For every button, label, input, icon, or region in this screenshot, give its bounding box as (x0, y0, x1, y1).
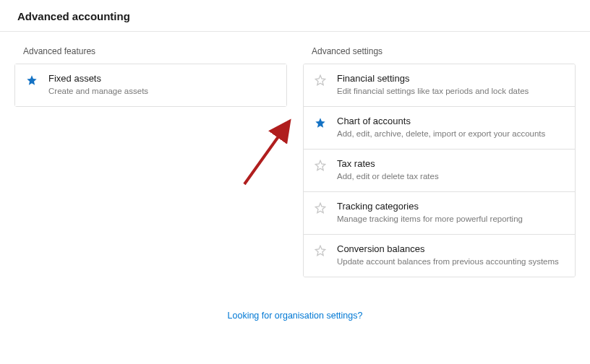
star-outline-icon[interactable] (314, 74, 327, 87)
card-desc: Update account balances from previous ac… (337, 256, 565, 267)
card-title: Fixed assets (48, 73, 276, 84)
card-tax-rates[interactable]: Tax rates Add, edit or delete tax rates (304, 149, 575, 191)
star-outline-icon[interactable] (314, 244, 327, 257)
card-title: Financial settings (337, 73, 565, 84)
advanced-features-list: Fixed assets Create and manage assets (14, 64, 287, 107)
card-desc: Create and manage assets (48, 86, 276, 97)
star-outline-icon[interactable] (314, 202, 327, 214)
star-outline-icon[interactable] (314, 159, 327, 172)
content-area: Advanced features Fixed assets Create an… (0, 32, 590, 277)
card-title: Conversion balances (337, 243, 565, 254)
card-body: Chart of accounts Add, edit, archive, de… (337, 116, 565, 139)
card-title: Tracking categories (337, 201, 565, 212)
card-financial-settings[interactable]: Financial settings Edit financial settin… (304, 64, 575, 106)
card-desc: Edit financial settings like tax periods… (337, 86, 565, 97)
card-desc: Add, edit or delete tax rates (337, 171, 565, 182)
card-conversion-balances[interactable]: Conversion balances Update account balan… (304, 234, 575, 277)
card-body: Conversion balances Update account balan… (337, 243, 565, 267)
card-body: Fixed assets Create and manage assets (48, 73, 276, 97)
card-desc: Manage tracking items for more powerful … (337, 214, 565, 225)
page-title: Advanced accounting (17, 10, 576, 22)
page-header: Advanced accounting (0, 0, 590, 32)
card-chart-of-accounts[interactable]: Chart of accounts Add, edit, archive, de… (304, 106, 575, 149)
card-body: Tracking categories Manage tracking item… (337, 201, 565, 225)
card-body: Tax rates Add, edit or delete tax rates (337, 158, 565, 182)
advanced-settings-list: Financial settings Edit financial settin… (303, 64, 576, 277)
organisation-settings-link[interactable]: Looking for organisation settings? (228, 311, 363, 321)
advanced-settings-column: Advanced settings Financial settings Edi… (303, 46, 576, 277)
card-desc: Add, edit, archive, delete, import or ex… (337, 129, 565, 139)
footer: Looking for organisation settings? (0, 310, 590, 321)
card-title: Tax rates (337, 158, 565, 169)
star-filled-icon[interactable] (314, 116, 327, 129)
card-fixed-assets[interactable]: Fixed assets Create and manage assets (15, 64, 286, 106)
card-body: Financial settings Edit financial settin… (337, 73, 565, 97)
advanced-features-title: Advanced features (23, 46, 287, 56)
advanced-settings-title: Advanced settings (312, 46, 576, 56)
card-tracking-categories[interactable]: Tracking categories Manage tracking item… (304, 191, 575, 234)
card-title: Chart of accounts (337, 116, 565, 126)
advanced-features-column: Advanced features Fixed assets Create an… (14, 46, 287, 277)
star-filled-icon[interactable] (25, 74, 38, 87)
